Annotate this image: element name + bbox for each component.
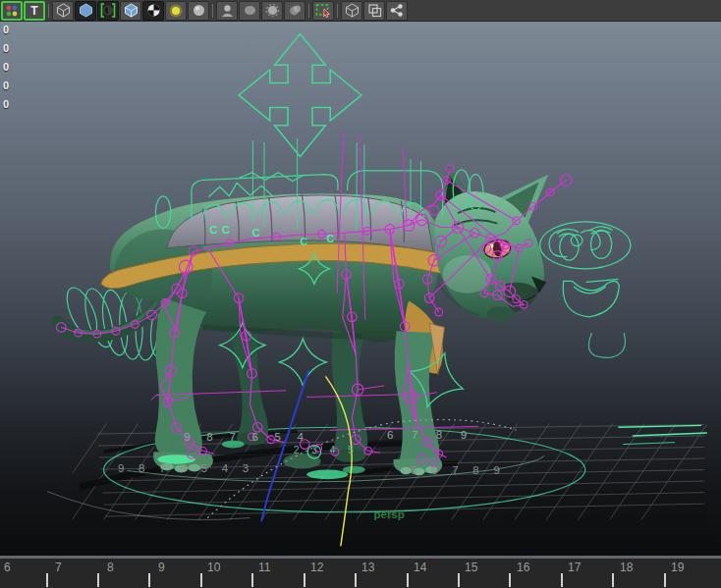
cluster-handle: C — [300, 236, 307, 247]
perspective-viewport[interactable]: 0 0 0 0 0 — [0, 22, 721, 556]
cluster-handle: C — [326, 233, 334, 244]
blur-sphere-icon — [288, 3, 303, 18]
frame-number: 10 — [207, 561, 220, 574]
frame-number: 19 — [671, 561, 684, 574]
node-editor-button[interactable] — [386, 1, 408, 21]
frame-tick — [355, 573, 357, 587]
status-line-toolbar: T — [0, 0, 721, 22]
render-quality-button[interactable] — [216, 1, 238, 21]
ground-ruler-numbers: 9 8 7 6 5 4 — [184, 431, 309, 443]
use-default-material-button[interactable] — [142, 1, 164, 21]
frame-tick — [509, 573, 511, 587]
frame-tick — [458, 573, 460, 587]
frame-number: 14 — [414, 561, 426, 574]
marquee-select-icon — [315, 3, 332, 18]
toolbar-separator — [210, 3, 215, 19]
isolate-select-button[interactable] — [312, 1, 334, 21]
frame-tick — [200, 573, 202, 587]
cluster-handle: C — [222, 224, 230, 236]
colored-dots-icon — [5, 4, 19, 18]
toolbar-separator — [306, 3, 311, 19]
gear-sphere-icon — [265, 3, 280, 18]
cluster-handle: C — [209, 224, 217, 236]
frame-number: 8 — [107, 561, 114, 574]
frame-number: 18 — [620, 561, 633, 574]
checker-sphere-icon — [146, 3, 161, 18]
shaded-cube-icon — [79, 3, 93, 18]
frame-number: 12 — [310, 561, 323, 574]
frame-number: 9 — [158, 561, 165, 574]
scene-canvas: C C C C C 9 8 7 6 5 4 9 8 7 6 5 4 3 2 3 … — [0, 22, 721, 556]
frame-tick — [46, 573, 48, 587]
frame-number: 15 — [465, 561, 477, 574]
lighting-button[interactable] — [165, 1, 187, 21]
frame-tick — [148, 573, 150, 587]
text-tool-icon: T — [30, 5, 37, 17]
textured-mode-button[interactable] — [120, 1, 141, 21]
fog-button[interactable] — [284, 1, 305, 21]
frame-tick — [664, 573, 666, 587]
frame-tick — [97, 573, 99, 587]
ground-ruler-numbers: 6 7 8 9 — [387, 429, 474, 441]
wireframe-mode-button[interactable] — [52, 1, 74, 21]
time-slider[interactable]: 6 7 8 9 10 11 12 13 14 15 16 17 18 19 — [0, 556, 721, 588]
camera-name-label: persp — [373, 508, 404, 520]
shadows-button[interactable] — [188, 1, 209, 21]
sphere-icon — [192, 3, 206, 18]
wireframe-cube-icon — [56, 3, 71, 18]
ground-ruler-numbers: 2 3 4 5 — [294, 444, 359, 455]
frame-number: 7 — [55, 561, 62, 574]
frame-tick — [251, 573, 253, 587]
star-control[interactable] — [279, 339, 326, 386]
wire-cube-icon — [345, 3, 360, 18]
toolbar-separator — [46, 3, 51, 19]
frame-number: 17 — [568, 561, 581, 574]
frame-number: 13 — [361, 561, 374, 574]
soft-sphere-icon — [243, 3, 257, 18]
snap-points-button[interactable] — [1, 1, 23, 21]
frame-tick — [407, 573, 409, 587]
xray-mode-button[interactable] — [341, 1, 362, 21]
frame-tick — [561, 573, 563, 587]
shaded-mode-button[interactable] — [75, 1, 96, 21]
overlapping-squares-icon — [367, 3, 382, 18]
frame-tick — [304, 573, 305, 587]
frame-number: 6 — [4, 561, 11, 574]
overlap-display-button[interactable] — [363, 1, 385, 21]
toolbar-separator — [335, 3, 340, 19]
cluster-handle: C — [251, 227, 259, 239]
text-tool-button[interactable]: T — [24, 1, 45, 21]
textured-cube-icon — [124, 3, 139, 18]
bracketed-sphere-icon — [100, 3, 116, 18]
frame-tick — [612, 573, 614, 587]
frame-number: 11 — [258, 561, 270, 574]
node-connector-icon — [389, 3, 405, 18]
motion-blur-button[interactable] — [239, 1, 260, 21]
multisample-button[interactable] — [261, 1, 283, 21]
frame-number: 16 — [517, 561, 529, 574]
maya-window: { "toolbar": { "text_tool_label": "T" },… — [0, 0, 721, 588]
ground-ruler-numbers: 9 8 7 6 5 4 3 — [118, 462, 254, 474]
light-icon — [168, 3, 184, 19]
bust-icon — [220, 3, 235, 18]
face-control-panel[interactable] — [540, 222, 631, 317]
ground-ruler-numbers: 5 6 7 8 9 — [411, 464, 506, 476]
shade-selected-button[interactable] — [97, 1, 119, 21]
